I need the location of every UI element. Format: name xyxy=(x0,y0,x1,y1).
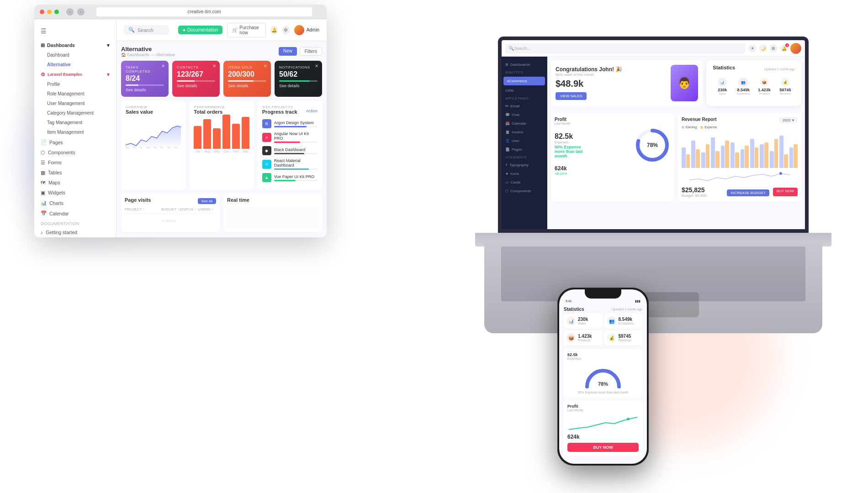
sidebar-group-laravel[interactable]: ⚙ Laravel Examples ▾ xyxy=(34,69,116,79)
angular-name: Angular Now UI Kit PRO xyxy=(274,131,318,141)
contacts-link[interactable]: See details xyxy=(177,84,215,88)
tasks-link[interactable]: See details xyxy=(126,88,164,92)
notifications-link[interactable]: See details xyxy=(279,84,318,88)
traffic-light-yellow[interactable] xyxy=(47,10,52,14)
laptop-sidebar: ⊞ Dashboards Analytics eCommerce CRM App… xyxy=(502,57,547,229)
settings-icon[interactable]: ⚙ xyxy=(282,26,290,35)
ls-components[interactable]: ⬡ Components xyxy=(502,187,547,195)
ls-email[interactable]: ✉ Email xyxy=(502,102,547,110)
sidebar-item-forms[interactable]: ☰Forms xyxy=(34,157,116,168)
bell-icon[interactable]: 🔔 3 xyxy=(780,44,788,52)
ls-apps-label: Apps & Pages xyxy=(502,95,547,102)
phone-stat-customers: 👥 8.549k Customers xyxy=(604,314,643,328)
sidebar-item-widgets[interactable]: ▣Widgets xyxy=(34,188,116,198)
ls-dash-icon: ⊞ xyxy=(505,63,508,67)
year-selector[interactable]: 2022 ▾ xyxy=(779,117,798,123)
ls-calendar[interactable]: 📅 Calendar xyxy=(502,119,547,128)
admin-badge[interactable]: Admin xyxy=(294,25,319,35)
svg-text:Nov: Nov xyxy=(167,147,171,149)
ls-dashboards[interactable]: ⊞ Dashboards xyxy=(502,60,547,69)
laptop-avatar[interactable] xyxy=(790,43,801,54)
nav-back[interactable]: ‹ xyxy=(66,8,74,16)
profit-note: 50% Expensemore than lastmonth xyxy=(555,145,583,158)
ls-cards[interactable]: ▭ Cards xyxy=(502,178,547,187)
rr-bar-group xyxy=(760,142,768,168)
stat-card-tasks: ✕ TASKS COMPLETED 8/24 See details xyxy=(121,61,169,97)
buy-now-button-rp[interactable]: BUY NOW xyxy=(773,188,798,196)
moon-icon[interactable]: 🌙 xyxy=(759,44,767,52)
notification-bell[interactable]: 🔔 xyxy=(270,26,278,35)
home-icon: ⊞ xyxy=(41,42,45,48)
rr-bar-blue xyxy=(691,141,695,168)
col-project: PROJECT ↑ xyxy=(125,207,161,211)
phone-sales-val: 230k xyxy=(578,317,588,322)
ls-ecommerce[interactable]: eCommerce xyxy=(503,77,545,85)
phone-customers-val: 8.549k xyxy=(619,317,634,322)
sidebar-item-role[interactable]: Role Management xyxy=(34,89,116,99)
laptop-search-box[interactable]: 🔍 Search... xyxy=(505,43,746,53)
icons-icon: ★ xyxy=(505,172,508,176)
search-box[interactable]: 🔍 Search xyxy=(124,25,169,35)
sidebar-item-getting-started[interactable]: ♪Getting started xyxy=(34,227,116,237)
revenue-bars xyxy=(682,131,798,168)
sidebar-item-category[interactable]: Category Management xyxy=(34,108,116,118)
sidebar-item-profile[interactable]: Profile xyxy=(34,79,116,89)
url-text: creative-tim.com xyxy=(187,9,221,14)
progress-item-black: ◆ Black Dashboard xyxy=(262,146,318,155)
browser-url-bar[interactable]: creative-tim.com xyxy=(96,7,312,16)
ls-pages[interactable]: 📄 Pages xyxy=(502,145,547,154)
sidebar-item-pages[interactable]: 📄Pages xyxy=(34,137,116,147)
sidebar-group-dashboards[interactable]: ⊞ Dashboards ▾ xyxy=(34,40,116,50)
music-icon: ♪ xyxy=(41,230,43,235)
contacts-label: CONTACTS xyxy=(177,65,215,69)
sidebar-item-tag[interactable]: Tag Management xyxy=(34,118,116,127)
phone-time: 9:41 xyxy=(566,299,572,303)
increase-budget-button[interactable]: INCREASE BUDGET xyxy=(727,189,769,196)
see-all-button[interactable]: See all xyxy=(198,198,216,204)
sidebar-item-dashboard[interactable]: Dashboard xyxy=(34,50,116,60)
stat-products: 📦 1.423k Products xyxy=(755,76,774,97)
nav-forward[interactable]: › xyxy=(77,8,85,16)
sidebar-item-components[interactable]: ⬡Components xyxy=(34,147,116,157)
sun-icon[interactable]: ☀ xyxy=(748,44,757,52)
traffic-light-red[interactable] xyxy=(40,10,44,14)
phone-stat-sales: 📊 230k Sales xyxy=(564,314,602,328)
ls-crm[interactable]: CRM xyxy=(502,86,547,95)
traffic-light-green[interactable] xyxy=(54,10,59,14)
react-name: React Material Dashboard xyxy=(274,158,318,168)
hamburger-icon[interactable]: ☰ xyxy=(34,24,116,38)
rr-bar-group xyxy=(789,144,798,168)
ls-invoice[interactable]: 📋 Invoice xyxy=(502,128,547,136)
svg-text:Jun: Jun xyxy=(132,147,136,149)
ls-chat[interactable]: 💬 Chat xyxy=(502,110,547,119)
action-btn[interactable]: Action xyxy=(306,109,318,113)
ls-user[interactable]: 👤 User xyxy=(502,136,547,145)
sidebar-item-tables[interactable]: ▦Tables xyxy=(34,168,116,178)
laptop-topbar: 🔍 Search... ☀ 🌙 ⊞ 🔔 3 xyxy=(502,40,805,57)
profit-title: Profit xyxy=(555,117,671,122)
doc-section-label: DOCUMENTATION xyxy=(34,219,116,227)
sidebar-item-alternative[interactable]: Alternative xyxy=(34,60,116,69)
ls-typography[interactable]: T Typography xyxy=(502,161,547,169)
new-button[interactable]: New xyxy=(279,47,297,56)
sidebar-item-charts[interactable]: 📊Charts xyxy=(34,198,116,208)
rr-bar-blue xyxy=(760,144,764,168)
sidebar-item-user[interactable]: User Management xyxy=(34,99,116,108)
svg-text:Dec: Dec xyxy=(174,147,178,149)
view-sales-button[interactable]: VIEW SALES xyxy=(556,92,587,100)
welcome-subtitle: Best seller of the month xyxy=(556,73,622,77)
ls-icons[interactable]: ★ Icons xyxy=(502,169,547,178)
angular-info: Angular Now UI Kit PRO xyxy=(274,131,318,143)
doc-button[interactable]: ● Documentation xyxy=(178,26,222,34)
sidebar-item-item[interactable]: Item Management xyxy=(34,127,116,137)
svg-text:Aug: Aug xyxy=(146,147,150,149)
filter-button[interactable]: Filters xyxy=(300,47,322,56)
phone-buy-now-button[interactable]: BUY NOW xyxy=(567,443,639,452)
purchase-button[interactable]: 🛒 Purchase now xyxy=(227,23,266,37)
charts-row: OVERVIEW Sales value xyxy=(121,100,322,190)
sidebar-item-calendar[interactable]: 📅Calendar xyxy=(34,208,116,219)
sidebar-item-maps[interactable]: 🗺Maps xyxy=(34,178,116,188)
items-link[interactable]: See details xyxy=(228,84,266,88)
grid-icon[interactable]: ⊞ xyxy=(769,44,778,52)
angular-icon: A xyxy=(262,133,271,142)
